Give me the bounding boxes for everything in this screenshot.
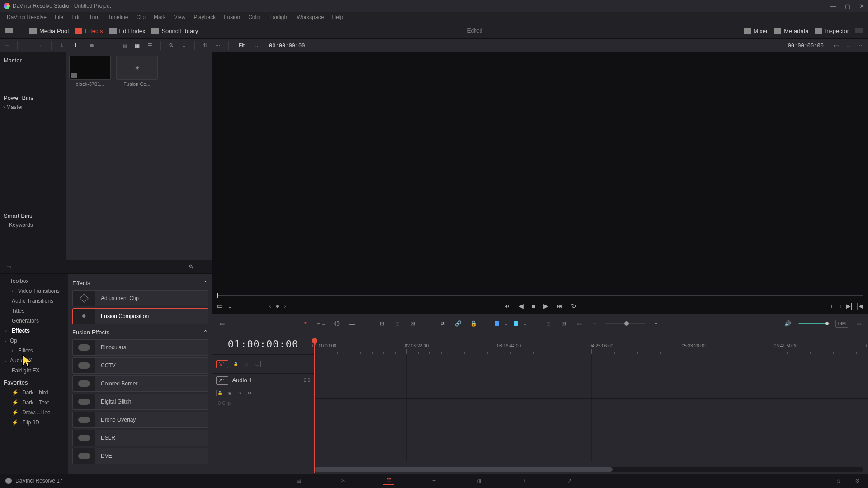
jump-first-icon[interactable]: ⏮ xyxy=(504,302,510,310)
zoom-out-icon[interactable]: − xyxy=(590,319,599,328)
power-bins-master[interactable]: ›Master xyxy=(0,103,66,111)
import-icon[interactable]: ⤓ xyxy=(58,42,66,50)
chevron-down-icon[interactable]: ⌄ xyxy=(505,321,508,326)
metadata-button[interactable]: Metadata xyxy=(774,28,808,34)
tree-filters[interactable]: ›Filters xyxy=(0,346,68,356)
bin-list-toggle-icon[interactable]: ▭ xyxy=(3,42,11,50)
chevron-down-icon[interactable]: ⌄ xyxy=(180,42,188,50)
color-page-icon[interactable]: ◑ xyxy=(474,476,485,485)
nav-back-icon[interactable]: ‹ xyxy=(24,42,32,50)
tree-video-transitions[interactable]: ›Video Transitions xyxy=(0,286,68,296)
effect-item[interactable]: DSLR xyxy=(72,430,208,446)
effect-item[interactable]: Binoculars xyxy=(72,339,208,356)
match-frame-icon[interactable]: ▭ xyxy=(217,302,223,310)
track-lock-icon[interactable]: 🔒 xyxy=(216,390,223,396)
playhead[interactable] xyxy=(314,342,315,473)
menu-trim[interactable]: Trim xyxy=(85,14,104,20)
media-page-icon[interactable]: ▤ xyxy=(293,476,304,485)
flag-color-icon[interactable] xyxy=(495,321,499,326)
inspector-button[interactable]: Inspector xyxy=(815,28,849,34)
goto-in-icon[interactable]: ▶| xyxy=(846,302,853,310)
tree-audio-transitions[interactable]: Audio Transitions xyxy=(0,296,68,306)
effect-item[interactable]: CCTV xyxy=(72,357,208,374)
volume-slider[interactable] xyxy=(798,323,830,324)
menu-workspace[interactable]: Workspace xyxy=(293,14,328,20)
effect-item[interactable]: ✦Fusion Composition xyxy=(72,308,208,324)
tree-titles[interactable]: Titles xyxy=(0,306,68,316)
track-solo-button[interactable]: S xyxy=(236,390,243,396)
menu-fusion[interactable]: Fusion xyxy=(220,14,244,20)
track-mute-button[interactable]: M xyxy=(246,390,253,396)
menu-davinci-resolve[interactable]: DaVinci Resolve xyxy=(3,14,51,20)
fusion-page-icon[interactable]: ✦ xyxy=(429,476,439,485)
menu-clip[interactable]: Clip xyxy=(132,14,150,20)
chevron-down-icon[interactable]: ⌄ xyxy=(524,321,527,326)
menu-mark[interactable]: Mark xyxy=(150,14,170,20)
effect-item[interactable]: Digital Glitch xyxy=(72,394,208,410)
menu-timeline[interactable]: Timeline xyxy=(104,14,132,20)
loop-icon[interactable]: ↻ xyxy=(571,302,576,310)
selection-tool-icon[interactable]: ↖ xyxy=(301,319,311,328)
track-v1-badge[interactable]: V1 xyxy=(216,360,228,368)
fusion-effects-category-header[interactable]: Fusion Effects⌃ xyxy=(72,326,208,339)
close-button[interactable]: ✕ xyxy=(859,3,864,9)
deliver-page-icon[interactable]: ↗ xyxy=(564,476,575,485)
master-bin[interactable]: Master xyxy=(0,55,66,66)
view-list-icon[interactable]: ☰ xyxy=(146,42,154,50)
home-project-icon[interactable] xyxy=(5,478,12,484)
favorite-item[interactable]: ⚡Flip 3D xyxy=(0,418,68,427)
clip-grid[interactable]: black-3701...✦Fusion Co... xyxy=(66,52,212,260)
next-edit-icon[interactable]: › xyxy=(284,302,286,310)
nav-fwd-icon[interactable]: › xyxy=(37,42,45,50)
effect-item[interactable]: Adjustment Clip xyxy=(72,290,208,306)
effects-category-header[interactable]: Effects⌃ xyxy=(72,277,208,290)
panel-toggle-icon[interactable] xyxy=(5,28,13,33)
dim-button[interactable]: DIM xyxy=(835,320,848,328)
play-icon[interactable]: ▶ xyxy=(543,302,548,310)
sort-label[interactable]: 1... xyxy=(71,42,85,50)
audio-track-header[interactable]: A1 Audio 1 2.0 🔒 ◉ S M xyxy=(212,373,314,399)
single-viewer-icon[interactable]: ▭ xyxy=(832,42,840,50)
track-arm-icon[interactable]: ◉ xyxy=(226,390,233,396)
sound-library-button[interactable]: Sound Library xyxy=(151,28,198,34)
menu-playback[interactable]: Playback xyxy=(189,14,220,20)
tree-openfx[interactable]: ⌄Op xyxy=(0,336,68,346)
timeline-timecode[interactable]: 01:00:00:00 xyxy=(212,333,314,354)
favorite-item[interactable]: ⚡Draw…Line xyxy=(0,408,68,418)
panel-toggle-right-icon[interactable] xyxy=(855,28,863,33)
more-icon[interactable]: ⋯ xyxy=(857,42,865,50)
link-icon[interactable]: 🔗 xyxy=(453,319,463,328)
snap-icon[interactable]: ⧉ xyxy=(438,319,448,328)
search-icon[interactable]: 🔍︎ xyxy=(187,263,195,271)
track-disable-icon[interactable]: ▭ xyxy=(254,361,261,367)
search-icon[interactable]: 🔍︎ xyxy=(167,42,175,50)
timeline-viewer[interactable]: ▭ ⌄ ‹ ● › ⏮ ◀ ■ ▶ ⏭ ↻ ⊏⊐ ▶| |◀ xyxy=(212,52,868,314)
stop-icon[interactable]: ■ xyxy=(532,302,535,310)
viewer-scrubber[interactable] xyxy=(217,293,863,298)
maximize-button[interactable]: ▢ xyxy=(845,3,850,9)
tree-toolbox[interactable]: ⌄Toolbox xyxy=(0,276,68,286)
favorite-item[interactable]: ⚡Dark…hird xyxy=(0,388,68,398)
mixer-button[interactable]: Mixer xyxy=(744,28,768,34)
menu-fairlight[interactable]: Fairlight xyxy=(265,14,293,20)
jump-last-icon[interactable]: ⏭ xyxy=(557,302,563,310)
track-auto-icon[interactable]: ◇ xyxy=(243,361,250,367)
zoom-detail-icon[interactable]: ⊞ xyxy=(559,319,569,328)
sort-icon[interactable]: ⇅ xyxy=(201,42,209,50)
zoom-custom-icon[interactable]: ▭ xyxy=(574,319,584,328)
play-reverse-icon[interactable]: ◀ xyxy=(519,302,524,310)
settings-gear-icon[interactable]: ⚙ xyxy=(852,476,863,485)
media-clip[interactable]: ✦Fusion Co... xyxy=(116,56,158,87)
edit-index-button[interactable]: Edit Index xyxy=(109,28,146,34)
volume-icon[interactable]: 🔊 xyxy=(783,319,793,328)
home-icon[interactable]: ⌂ xyxy=(833,476,844,485)
trim-tool-icon[interactable]: ⫟⫠ xyxy=(316,319,326,328)
audio-track-a1[interactable] xyxy=(314,373,868,399)
timeline-view-icon[interactable]: ▭ xyxy=(217,319,227,328)
effect-item[interactable]: Colored Border xyxy=(72,375,208,392)
smart-bin-keywords[interactable]: Keywords xyxy=(0,221,66,229)
timeline-ruler[interactable]: 01:00:00:0002:08:22:0003:16:44:0004:25:0… xyxy=(314,333,868,354)
zoom-in-icon[interactable]: + xyxy=(651,319,661,328)
minimize-button[interactable]: — xyxy=(830,3,836,9)
effects-button[interactable]: Effects xyxy=(75,28,103,34)
